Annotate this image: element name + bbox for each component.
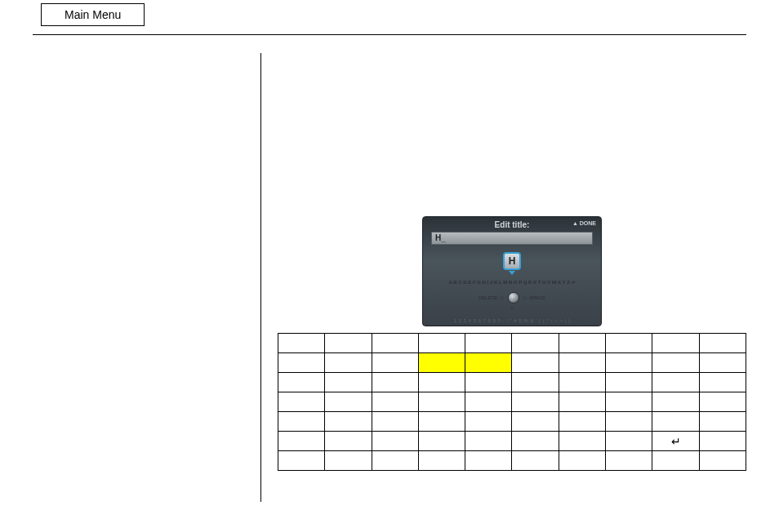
table-cell [372,334,418,353]
table-cell [652,334,699,353]
table-cell [559,373,605,392]
table-cell [372,412,418,432]
main-menu-button[interactable]: Main Menu [41,3,145,26]
table-cell [512,392,559,412]
table-cell [325,432,372,451]
device-knob-row: DELETE ◁ ▷ SPACE ▽ [423,292,601,309]
table-row [278,373,746,392]
device-title-input[interactable]: H_ [431,232,593,245]
device-frame: Edit title: ▲ DONE H_ H A B C D E F G H … [422,216,602,326]
table-cell [418,373,465,392]
table-cell: ↵ [652,432,699,451]
device-highlighted-key[interactable]: H [503,252,521,270]
table-cell [325,451,372,471]
table-cell [559,412,605,432]
table-cell [418,412,465,432]
table-cell [699,334,746,353]
table-cell [699,451,746,471]
table-row [278,334,746,353]
table-cell [465,373,512,392]
table-cell [559,392,605,412]
table-cell [512,353,559,373]
table-cell [606,353,652,373]
table-cell [512,432,559,451]
table-cell [699,432,746,451]
table-row [278,412,746,432]
table-cell [372,392,418,412]
table-cell [372,432,418,451]
table-cell [465,432,512,451]
table-cell [325,353,372,373]
device-down-arrow-icon[interactable]: ▽ [510,304,514,310]
table-cell [418,432,465,451]
main-menu-label: Main Menu [65,8,121,21]
table-row [278,353,746,373]
character-table: ↵ [278,333,746,471]
table-cell [512,412,559,432]
table-cell [372,373,418,392]
device-numbers-row[interactable]: 1 2 3 4 5 6 7 8 9 0 - ! " # $ % & ' ( ) … [423,318,601,323]
table-cell [606,451,652,471]
table-cell [652,392,699,412]
table-row: ↵ [278,432,746,451]
table-cell [606,373,652,392]
table-cell [512,451,559,471]
table-cell [559,334,605,353]
table-cell [325,373,372,392]
table-cell [652,451,699,471]
table-cell [418,392,465,412]
table-cell [699,353,746,373]
table-cell [278,334,325,353]
table-cell [606,334,652,353]
device-dial-knob-icon[interactable] [508,292,519,304]
table-cell [465,451,512,471]
page: Main Menu Edit title: ▲ DONE H_ H A B C … [0,0,779,532]
table-cell [606,432,652,451]
table-cell [278,432,325,451]
content-area: Edit title: ▲ DONE H_ H A B C D E F G H … [33,53,746,502]
table-row [278,392,746,412]
table-cell [652,353,699,373]
table-cell [418,334,465,353]
table-cell [325,392,372,412]
device-done-label[interactable]: ▲ DONE [572,220,596,226]
table-cell [465,334,512,353]
table-cell [278,392,325,412]
device-alphabet-row[interactable]: A B C D E F G H I J K L M N O P Q R S T … [423,279,601,285]
divider [33,34,746,35]
table-row [278,451,746,471]
device-key-pointer-icon [509,271,515,275]
table-cell [278,353,325,373]
table-cell [559,353,605,373]
table-cell [652,373,699,392]
device-delete-label[interactable]: DELETE ◁ [479,295,503,300]
table-cell [465,412,512,432]
enter-icon: ↵ [671,435,681,448]
table-cell [559,432,605,451]
device-screenshot: Edit title: ▲ DONE H_ H A B C D E F G H … [422,216,602,326]
left-column [33,53,261,502]
table-cell [606,412,652,432]
table-cell [699,392,746,412]
table-cell [512,373,559,392]
right-column: Edit title: ▲ DONE H_ H A B C D E F G H … [261,53,746,502]
table-cell [465,353,512,373]
table-cell [325,334,372,353]
table-cell [699,373,746,392]
table-cell [418,353,465,373]
table-cell [372,353,418,373]
table-cell [418,451,465,471]
table-cell [559,451,605,471]
table-cell [512,334,559,353]
table-cell [278,373,325,392]
table-cell [699,412,746,432]
table-cell [278,412,325,432]
table-cell [465,392,512,412]
table-cell [652,412,699,432]
table-cell [325,412,372,432]
table-cell [278,451,325,471]
device-space-label[interactable]: ▷ SPACE [523,295,545,300]
table-cell [372,451,418,471]
table-cell [606,392,652,412]
